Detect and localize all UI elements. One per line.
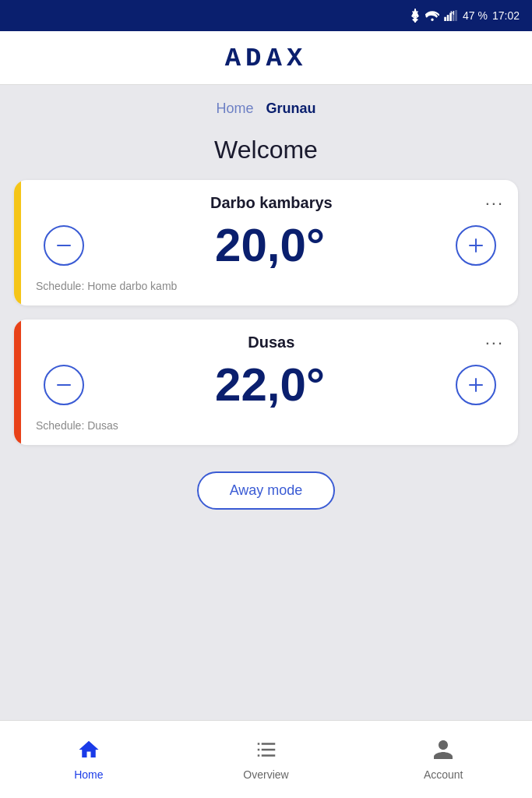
card-2-controls: 22,0° <box>36 359 504 411</box>
battery-level: 47 % <box>463 9 488 22</box>
card-2-header: Dusas ··· <box>36 334 504 351</box>
card-2-content: Dusas ··· 22,0° <box>28 334 504 433</box>
breadcrumb-home[interactable]: Home <box>216 101 253 117</box>
status-bar: H 47 % 17:02 <box>0 0 532 31</box>
wifi-icon <box>425 10 439 21</box>
card-2-increase-button[interactable] <box>456 365 496 405</box>
main-content: Home Grunau Welcome Darbo kambarys ··· <box>0 85 532 798</box>
plus-icon <box>467 236 485 255</box>
home-icon <box>77 738 100 765</box>
card-2-schedule: Schedule: Dusas <box>36 419 118 432</box>
app-header: ADAX <box>0 31 532 85</box>
card-2-title: Dusas <box>58 334 485 351</box>
card-2-temperature: 22,0° <box>215 359 325 411</box>
svg-rect-0 <box>444 17 446 21</box>
card-1-content: Darbo kambarys ··· 20,0° <box>28 194 504 293</box>
device-cards-container: Darbo kambarys ··· 20,0° <box>0 180 532 445</box>
minus-icon <box>55 236 73 255</box>
bluetooth-icon <box>410 9 421 23</box>
app-logo: ADAX <box>225 44 308 73</box>
list-icon <box>255 738 278 765</box>
away-mode-button[interactable]: Away mode <box>197 471 336 510</box>
nav-account-label: Account <box>424 768 463 781</box>
nav-overview-label: Overview <box>243 768 288 781</box>
svg-text:H: H <box>450 10 454 16</box>
plus-icon <box>467 376 485 394</box>
bottom-nav: Home Overview Account <box>0 720 532 798</box>
card-1-decrease-button[interactable] <box>44 225 84 266</box>
device-card-2: Dusas ··· 22,0° <box>14 320 518 445</box>
card-1-temperature: 20,0° <box>215 220 325 271</box>
card-1-menu[interactable]: ··· <box>485 195 504 212</box>
card-1-title: Darbo kambarys <box>58 194 485 212</box>
breadcrumb-current[interactable]: Grunau <box>266 101 316 117</box>
card-2-indicator <box>14 320 21 445</box>
device-card-1: Darbo kambarys ··· 20,0° <box>14 180 518 305</box>
time-display: 17:02 <box>492 9 520 22</box>
away-mode-container: Away mode <box>0 459 532 517</box>
signal-icon: H <box>444 10 458 21</box>
card-1-indicator <box>14 180 21 305</box>
card-1-controls: 20,0° <box>36 220 504 271</box>
card-2-menu[interactable]: ··· <box>485 334 504 351</box>
status-icons: H 47 % 17:02 <box>410 9 520 23</box>
card-1-header: Darbo kambarys ··· <box>36 194 504 212</box>
card-1-increase-button[interactable] <box>456 225 496 266</box>
account-icon <box>432 738 455 765</box>
nav-item-overview[interactable]: Overview <box>178 738 355 781</box>
nav-item-home[interactable]: Home <box>0 738 178 781</box>
breadcrumb: Home Grunau <box>0 85 532 125</box>
nav-item-account[interactable]: Account <box>354 738 532 781</box>
svg-rect-4 <box>455 10 457 21</box>
svg-rect-1 <box>447 15 449 21</box>
welcome-title: Welcome <box>0 125 532 180</box>
card-1-schedule: Schedule: Home darbo kamb <box>36 280 177 292</box>
nav-home-label: Home <box>74 768 103 781</box>
card-2-decrease-button[interactable] <box>44 365 84 405</box>
minus-icon <box>55 376 73 394</box>
